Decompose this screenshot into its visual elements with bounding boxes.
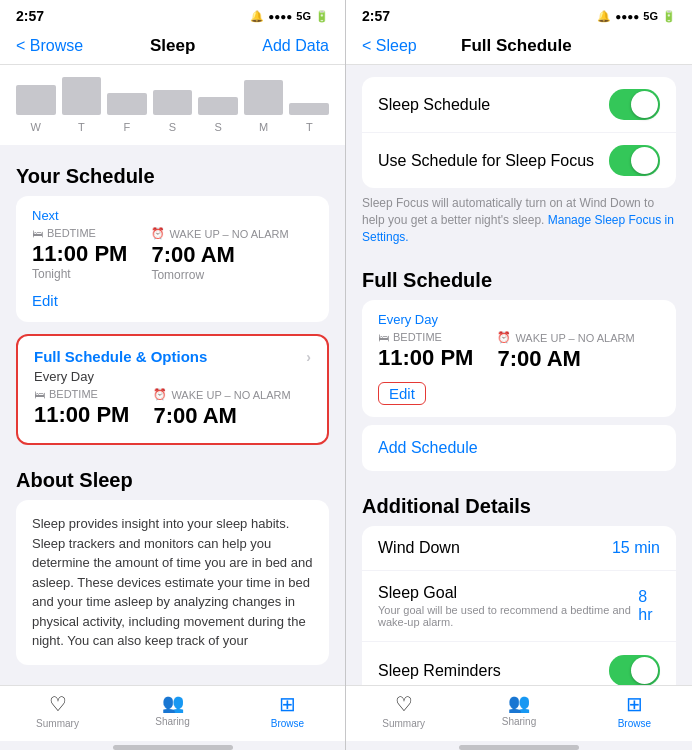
- sleep-focus-row: Use Schedule for Sleep Focus: [362, 133, 676, 188]
- tab-sharing-label-left: Sharing: [155, 716, 189, 727]
- sleep-goal-value: 8 hr: [638, 588, 660, 624]
- tomorrow-label: Tomorrow: [151, 268, 288, 282]
- time-right: 2:57: [362, 8, 390, 24]
- browse-icon-left: ⊞: [279, 692, 296, 716]
- bar-s2: [198, 97, 238, 115]
- chart-bars: [16, 73, 329, 115]
- tab-sharing-left[interactable]: 👥 Sharing: [115, 692, 230, 729]
- additional-details-card: Wind Down 15 min Sleep Goal Your goal wi…: [362, 526, 676, 685]
- tab-browse-left[interactable]: ⊞ Browse: [230, 692, 345, 729]
- bar-m: [244, 80, 284, 115]
- sharing-icon-right: 👥: [508, 692, 530, 714]
- home-indicator-right: [459, 745, 579, 750]
- bar-f: [107, 93, 147, 115]
- tab-bar-right: ♡ Summary 👥 Sharing ⊞ Browse: [346, 685, 692, 741]
- full-schedule-options-title: Full Schedule & Options ›: [34, 348, 311, 365]
- everyday-label-left: Every Day: [34, 369, 311, 384]
- edit-button-highlighted[interactable]: Edit: [378, 382, 426, 405]
- tab-browse-right[interactable]: ⊞ Browse: [577, 692, 692, 729]
- sleep-goal-info: Your goal will be used to recommend a be…: [378, 604, 638, 628]
- chart-labels: W T F S S M T: [16, 121, 329, 133]
- wakeup-col: ⏰ WAKE UP – NO ALARM 7:00 AM Tomorrow: [151, 227, 288, 282]
- next-label: Next: [32, 208, 313, 223]
- alarm-icon-2: ⏰: [153, 388, 167, 401]
- nav-bar-left: < Browse Sleep Add Data: [0, 28, 345, 65]
- edit-link-left[interactable]: Edit: [32, 292, 58, 309]
- add-schedule-button[interactable]: Add Schedule: [362, 425, 676, 471]
- tab-browse-label-right: Browse: [618, 718, 651, 729]
- alarm-icon-right: ⏰: [497, 331, 511, 344]
- 5g-right: 5G: [643, 10, 658, 22]
- label-t1: T: [62, 121, 102, 133]
- full-schedule-heading-right: Full Schedule: [346, 257, 692, 300]
- label-t2: T: [289, 121, 329, 133]
- right-bedtime-value: 11:00 PM: [378, 345, 473, 371]
- back-button-left[interactable]: < Browse: [16, 37, 83, 55]
- bedtime-col: 🛏 BEDTIME 11:00 PM Tonight: [32, 227, 127, 282]
- status-icons-right: 🔔 ●●●● 5G 🔋: [597, 10, 676, 23]
- additional-details-heading: Additional Details: [346, 483, 692, 526]
- bed-icon: 🛏: [32, 227, 43, 239]
- wind-down-row[interactable]: Wind Down 15 min: [362, 526, 676, 571]
- tonight-label: Tonight: [32, 267, 127, 281]
- schedule-times-row: 🛏 BEDTIME 11:00 PM Tonight ⏰ WAKE UP – N…: [32, 227, 313, 282]
- full-schedule-times: 🛏 BEDTIME 11:00 PM ⏰ WAKE UP – NO ALARM …: [34, 388, 311, 429]
- tab-summary-label-right: Summary: [382, 718, 425, 729]
- battery-left: 🔋: [315, 10, 329, 23]
- status-bar-right: 2:57 🔔 ●●●● 5G 🔋: [346, 0, 692, 28]
- tab-summary-right[interactable]: ♡ Summary: [346, 692, 461, 729]
- next-schedule-card: Next 🛏 BEDTIME 11:00 PM Tonight ⏰ WAKE: [16, 196, 329, 322]
- bar-t1: [62, 77, 102, 115]
- add-data-button[interactable]: Add Data: [262, 37, 329, 55]
- chevron-right-icon: ›: [306, 349, 311, 365]
- tab-bar-left: ♡ Summary 👥 Sharing ⊞ Browse: [0, 685, 345, 741]
- label-f: F: [107, 121, 147, 133]
- signal-left: ●●●●: [268, 11, 292, 22]
- wind-down-value: 15 min: [612, 539, 660, 557]
- wind-down-label: Wind Down: [378, 539, 460, 557]
- left-content: W T F S S M T Your Schedule Next 🛏 BEDTI…: [0, 65, 345, 685]
- left-screen: 2:57 🔔 ●●●● 5G 🔋 < Browse Sleep Add Data: [0, 0, 346, 750]
- right-wakeup-label: ⏰ WAKE UP – NO ALARM: [497, 331, 634, 344]
- bed-icon-2: 🛏: [34, 388, 45, 400]
- sleep-focus-toggle[interactable]: [609, 145, 660, 176]
- sleep-schedule-label: Sleep Schedule: [378, 96, 490, 114]
- sleep-focus-label: Use Schedule for Sleep Focus: [378, 152, 594, 170]
- right-wakeup-value: 7:00 AM: [497, 346, 634, 372]
- sleep-reminders-toggle[interactable]: [609, 655, 660, 685]
- nav-title-right: Full Schedule: [461, 36, 572, 56]
- tab-sharing-right[interactable]: 👥 Sharing: [461, 692, 576, 729]
- tab-summary-label-left: Summary: [36, 718, 79, 729]
- full-wakeup-label: ⏰ WAKE UP – NO ALARM: [153, 388, 290, 401]
- heart-icon-right: ♡: [395, 692, 413, 716]
- sleep-reminders-label: Sleep Reminders: [378, 662, 501, 680]
- full-schedule-options-card[interactable]: Full Schedule & Options › Every Day 🛏 BE…: [16, 334, 329, 445]
- wakeup-label: ⏰ WAKE UP – NO ALARM: [151, 227, 288, 240]
- home-indicator-left: [113, 745, 233, 750]
- sharing-icon-left: 👥: [162, 692, 184, 714]
- signal-right: ●●●●: [615, 11, 639, 22]
- browse-icon-right: ⊞: [626, 692, 643, 716]
- right-content: Sleep Schedule Use Schedule for Sleep Fo…: [346, 65, 692, 685]
- about-sleep-card: Sleep provides insight into your sleep h…: [16, 500, 329, 665]
- right-screen: 2:57 🔔 ●●●● 5G 🔋 < Sleep Full Schedule S…: [346, 0, 692, 750]
- label-m: M: [244, 121, 284, 133]
- sleep-schedule-row: Sleep Schedule: [362, 77, 676, 132]
- sleep-schedule-toggle[interactable]: [609, 89, 660, 120]
- bar-t2: [289, 103, 329, 115]
- nav-bar-right: < Sleep Full Schedule: [346, 28, 692, 65]
- tab-summary-left[interactable]: ♡ Summary: [0, 692, 115, 729]
- label-w: W: [16, 121, 56, 133]
- back-button-right[interactable]: < Sleep: [362, 37, 417, 55]
- status-bar-left: 2:57 🔔 ●●●● 5G 🔋: [0, 0, 345, 28]
- sleep-goal-row: Sleep Goal Your goal will be used to rec…: [362, 571, 676, 642]
- right-schedule-times: 🛏 BEDTIME 11:00 PM ⏰ WAKE UP – NO ALARM …: [378, 331, 660, 372]
- wakeup-value: 7:00 AM: [151, 242, 288, 268]
- sleep-focus-info: Sleep Focus will automatically turn on a…: [346, 189, 692, 257]
- right-bedtime-label: 🛏 BEDTIME: [378, 331, 473, 343]
- time-left: 2:57: [16, 8, 44, 24]
- toggles-group: Sleep Schedule Use Schedule for Sleep Fo…: [346, 77, 692, 188]
- sleep-goal-label: Sleep Goal: [378, 584, 638, 602]
- tab-browse-label-left: Browse: [271, 718, 304, 729]
- bell-icon-right: 🔔: [597, 10, 611, 23]
